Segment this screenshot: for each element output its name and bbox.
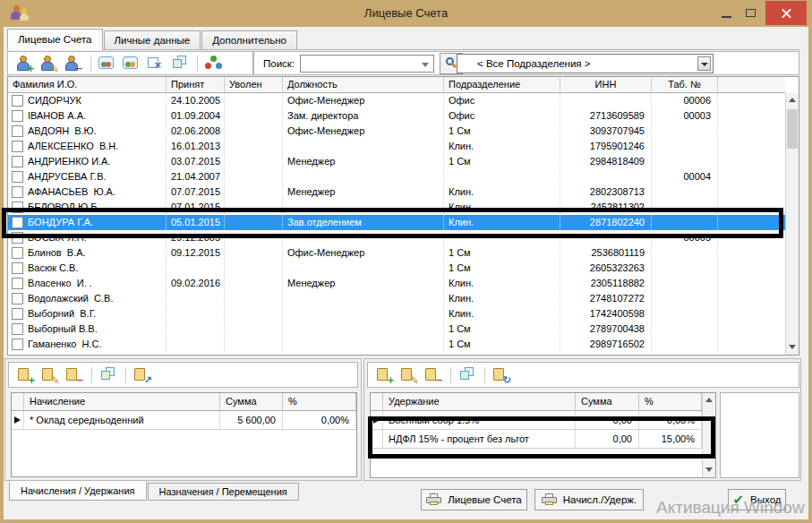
row-checkbox[interactable] — [12, 339, 23, 350]
add-item-icon[interactable]: + — [17, 367, 34, 382]
table-row[interactable]: АФАНАСЬЕВ Ю.А.07.07.2015МенеджерКлин.280… — [8, 184, 785, 200]
employee-name: Блинов В.А. — [28, 245, 86, 261]
column-header-2[interactable]: Сумма — [220, 393, 283, 411]
table-row[interactable]: Военный сбор 1.5%0,000,00% — [371, 411, 702, 430]
scrollbar-thumb[interactable] — [787, 109, 798, 149]
print-accruals-button[interactable]: Начисл./Удерж. — [534, 489, 644, 510]
row-checkbox[interactable] — [12, 247, 23, 259]
table-row[interactable]: Выборный В.В.1 См2789700438 — [8, 322, 785, 337]
column-header-7[interactable]: Таб. № — [652, 77, 718, 93]
column-header-1[interactable]: Фамилия И.О. — [8, 77, 167, 93]
add-item-icon[interactable]: + — [376, 367, 393, 382]
table-row[interactable]: АНДРИЕНКО И.А.03.07.2015Менеджер1 См2984… — [8, 154, 785, 169]
edit-item-icon[interactable]: ✎ — [41, 367, 58, 382]
row-checkbox[interactable] — [12, 110, 23, 122]
row-checkbox[interactable] — [12, 156, 23, 167]
minimize-icon[interactable] — [715, 3, 738, 23]
deductions-scrollbar[interactable] — [702, 393, 715, 477]
column-header-4[interactable]: Должность — [283, 77, 444, 93]
department-select[interactable]: < Все Подразделения > — [457, 54, 714, 73]
row-checkbox[interactable] — [12, 201, 23, 213]
maximize-icon[interactable] — [739, 3, 762, 23]
department-cell: 1 См — [444, 154, 560, 169]
tab-2[interactable]: Личные данные — [104, 30, 201, 50]
print-accounts-button[interactable]: Лицевые Счета — [421, 489, 527, 510]
delete-employee-icon[interactable]: − — [64, 56, 81, 71]
table-row[interactable]: АВДОЯН В.Ю.02.06.2008Офис-Менеджер1 См30… — [8, 124, 785, 139]
table-row[interactable]: Васюк С.В.1 См2605323263 — [8, 261, 785, 276]
copy-items-icon[interactable] — [99, 367, 116, 382]
bottom-tab-1[interactable]: Начисления / Удержания — [9, 481, 147, 501]
table-row[interactable]: Власенко И. .09.02.2016МенеджерКлин.2305… — [8, 276, 785, 291]
clear-selection-icon[interactable]: × — [147, 56, 164, 71]
column-header-3[interactable]: % — [639, 393, 702, 411]
department-cell: 1 См — [444, 245, 560, 261]
row-checkbox[interactable] — [12, 293, 23, 304]
table-row[interactable]: АЛЕКСЕЕНКО В.Н.16.01.2013Клин.1795901246 — [8, 139, 785, 154]
tab-1[interactable]: Лицевые Счета — [7, 29, 103, 50]
employees-group-icon[interactable] — [98, 56, 115, 71]
column-header-2[interactable]: Сумма — [576, 393, 639, 411]
employees-history-icon[interactable] — [123, 56, 140, 71]
table-row[interactable]: БЕЛОВОД Ю.Б.07.01.2015Клин.2452811302 — [8, 200, 785, 215]
table-row[interactable]: НДФЛ 15% - процент без льгот0,0015,00% — [371, 430, 702, 449]
search-input[interactable] — [300, 55, 434, 73]
scroll-up-icon[interactable] — [786, 93, 799, 107]
delete-item-icon[interactable]: − — [424, 367, 441, 382]
table-row[interactable]: АНДРУСЕВА Г.В.21.04.200700004 — [8, 169, 785, 184]
row-checkbox[interactable] — [12, 141, 23, 152]
table-row[interactable]: Водолажский С.В.Клин.2748107272 — [8, 291, 785, 306]
table-row[interactable]: * Оклад середньоденний5 600,000,00% — [12, 411, 356, 430]
fired-cell — [225, 245, 283, 261]
table-row[interactable]: IВАНОВ А.А.01.09.2004Зам. директораОфис2… — [8, 108, 785, 124]
column-header-6[interactable]: ИНН — [560, 77, 652, 93]
column-header-3[interactable]: Уволен — [225, 77, 283, 93]
row-checkbox[interactable] — [12, 323, 23, 335]
row-checkbox[interactable] — [12, 186, 23, 198]
name-cell: Гаманенко Н.С. — [8, 337, 167, 352]
table-row[interactable]: БОСЫХ Я.П.29.12.200500005 — [8, 230, 785, 245]
row-checkbox[interactable] — [12, 217, 23, 228]
employees-scrollbar[interactable] — [785, 93, 799, 355]
row-checkbox[interactable] — [12, 232, 23, 244]
row-checkbox[interactable] — [12, 125, 23, 137]
tab-3[interactable]: Дополнительно — [201, 30, 297, 50]
row-checkbox[interactable] — [12, 278, 23, 289]
table-row[interactable]: БОНДУРА Г.А.05.01.2015Зав.отделениемКлин… — [8, 215, 785, 230]
scroll-up-icon[interactable] — [703, 393, 715, 407]
employee-name: АНДРИЕНКО И.А. — [28, 154, 111, 169]
table-row[interactable]: Гаманенко Н.С.1 См2989716502 — [8, 337, 785, 352]
row-checkbox[interactable] — [12, 308, 23, 320]
edit-employee-icon[interactable]: ✎ — [40, 56, 57, 71]
add-employee-icon[interactable]: + — [16, 56, 33, 71]
scroll-down-icon[interactable] — [786, 340, 799, 355]
scroll-down-icon[interactable] — [703, 463, 715, 477]
column-header-1[interactable]: Удержание — [383, 393, 576, 411]
bottom-tab-2[interactable]: Назначения / Перемещения — [148, 483, 299, 501]
row-checkbox[interactable] — [12, 95, 23, 107]
row-checkbox[interactable] — [12, 171, 23, 183]
row-checkbox[interactable] — [12, 262, 23, 274]
tabstrip-divider — [7, 49, 799, 50]
edit-item-icon[interactable]: ✎ — [400, 367, 417, 382]
recalc-items-icon[interactable]: ↻ — [492, 367, 509, 382]
column-header-5[interactable]: Подразделение — [444, 77, 560, 93]
item-name-cell: Военный сбор 1.5% — [383, 411, 576, 429]
copy-items-icon[interactable] — [458, 367, 475, 382]
column-header-2[interactable]: Принят — [167, 77, 225, 93]
bottom-tabstrip: Начисления / УдержанияНазначения / Перем… — [9, 481, 300, 501]
close-icon[interactable] — [765, 1, 807, 25]
tab-no-cell — [652, 215, 718, 230]
column-header-3[interactable]: % — [283, 393, 356, 411]
column-header-1[interactable]: Начисление — [24, 393, 220, 411]
org-chart-icon[interactable] — [205, 56, 222, 71]
titlebar[interactable]: Лицевые Счета — [0, 0, 812, 27]
dropdown-button[interactable] — [697, 56, 711, 71]
table-row[interactable]: СИДОРЧУК24.10.2005Офис-МенеджерОфис00006 — [8, 93, 785, 108]
delete-item-icon[interactable]: − — [65, 367, 82, 382]
copy-icon[interactable] — [171, 56, 188, 71]
table-row[interactable]: Блинов В.А.09.12.2015Офис-Менеджер1 См25… — [8, 245, 785, 261]
table-row[interactable]: Выборний В.Г.Клин.1742400598 — [8, 306, 785, 322]
export-items-icon[interactable]: ↗ — [133, 367, 150, 382]
accruals-grid: НачислениеСумма% * Оклад середньоденний5… — [11, 392, 357, 477]
